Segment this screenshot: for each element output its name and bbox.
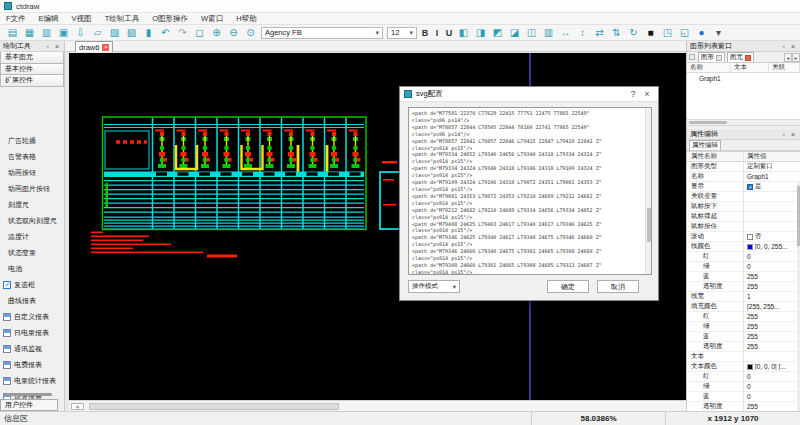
property-row[interactable]: 绿0 (687, 382, 800, 392)
ok-button[interactable]: 确定 (547, 280, 589, 293)
tab-draw6[interactable]: draw6 × (75, 41, 113, 52)
tool-item[interactable]: 状态变量 (0, 245, 64, 261)
menu-item-4[interactable]: O图形操作 (152, 14, 188, 24)
print-icon[interactable]: ▣ (55, 26, 72, 40)
property-row[interactable]: 透明度255 (687, 342, 800, 352)
font-family-select[interactable]: Agency FB ▾ (261, 27, 383, 39)
tool-item[interactable]: 曲线报表 (0, 293, 64, 309)
save-icon[interactable]: ▥ (38, 26, 55, 40)
edit-confirm-icon[interactable]: ▨ (106, 26, 123, 40)
align-bottom-icon[interactable]: ◪ (506, 26, 523, 40)
flip-horizontal-icon[interactable]: ⇄ (591, 26, 608, 40)
tool-item[interactable]: 动画图片按钮 (0, 181, 64, 197)
property-row[interactable]: 绿0 (687, 262, 800, 272)
align-left-icon[interactable]: ◧ (455, 26, 472, 40)
property-row[interactable]: 填充颜色[255, 255... (687, 302, 800, 312)
export-icon[interactable]: ⇩ (72, 26, 89, 40)
dialog-scrollbar[interactable] (645, 108, 651, 274)
property-row[interactable]: 红0 (687, 252, 800, 262)
ungroup-icon[interactable]: ◱ (676, 26, 693, 40)
group-icon[interactable]: ◳ (659, 26, 676, 40)
edit-page-icon[interactable]: ▱ (89, 26, 106, 40)
bold-button[interactable]: B (419, 26, 431, 40)
property-row[interactable]: 图形类型定制窗口 (687, 162, 800, 172)
property-row[interactable]: 文本 (687, 352, 800, 362)
menu-item-2[interactable]: V视图 (72, 14, 92, 24)
flip-vertical-icon[interactable]: ⇅ (608, 26, 625, 40)
section-2[interactable]: 扩展控件 (0, 75, 64, 87)
tool-item[interactable]: 动画按钮 (0, 165, 64, 181)
close-icon[interactable]: × (640, 89, 654, 99)
center-vertical-icon[interactable]: ▥ (540, 26, 557, 40)
tool-item[interactable]: 通讯监视 (0, 341, 64, 357)
property-row[interactable]: 蓝0 (687, 392, 800, 402)
checkbox-icon[interactable] (747, 184, 753, 190)
copy-icon[interactable]: ▧ (123, 26, 140, 40)
open-folder-icon[interactable]: ▦ (21, 26, 38, 40)
list-horizontal-scrollbar[interactable] (687, 119, 800, 125)
property-row[interactable]: 蓝255 (687, 272, 800, 282)
tool-item[interactable]: 电池 (0, 261, 64, 277)
property-row[interactable]: 显示是 (687, 182, 800, 192)
panel-pin-close-icons[interactable]: ▫ × (782, 43, 797, 50)
tool-item[interactable]: 电费报表 (0, 357, 64, 373)
zoom-out-icon[interactable]: ⊖ (225, 26, 242, 40)
tool-item[interactable]: 广告轮播 (0, 133, 64, 149)
property-row[interactable]: 滚动否 (687, 232, 800, 242)
rotate-icon[interactable]: ↻ (625, 26, 642, 40)
tool-item[interactable]: 状态双向刻度尺 (0, 213, 64, 229)
section-1[interactable]: 基本控件 (0, 64, 64, 76)
panel-pin-close-icons[interactable]: ▫ × (782, 131, 797, 138)
italic-button[interactable]: I (431, 26, 443, 40)
same-height-icon[interactable]: ↕ (574, 26, 591, 40)
canvas-horizontal-scrollbar[interactable]: ∗ (69, 400, 686, 411)
tab-scroll-box[interactable] (689, 54, 695, 60)
align-right-icon[interactable]: ◨ (472, 26, 489, 40)
scrollbar-thumb[interactable] (89, 403, 339, 410)
tool-item[interactable]: 复选框 (0, 277, 64, 293)
tab-nav-right-icon[interactable]: ▸ (792, 53, 800, 62)
property-row[interactable]: 文本颜色[0, 0, 0] [... (687, 362, 800, 372)
tool-item[interactable]: 温度计 (0, 229, 64, 245)
menu-item-5[interactable]: W窗口 (201, 14, 223, 24)
center-horizontal-icon[interactable]: ◫ (523, 26, 540, 40)
menu-item-1[interactable]: E编辑 (39, 14, 59, 24)
font-size-select[interactable]: 12 ▾ (387, 27, 417, 39)
tool-item[interactable]: 自定义报表 (0, 309, 64, 325)
line-color-icon[interactable]: ● (693, 26, 710, 40)
property-row[interactable]: 透明度255 (687, 282, 800, 292)
align-top-icon[interactable]: ◩ (489, 26, 506, 40)
panel-pin-close-icons[interactable]: ▫ × (46, 43, 61, 50)
property-row[interactable]: 红255 (687, 312, 800, 322)
same-width-icon[interactable]: ↔ (557, 26, 574, 40)
zoom-icon[interactable]: ⊙ (242, 26, 259, 40)
close-tab-icon[interactable]: × (102, 44, 109, 51)
property-row[interactable]: 鼠标按住 (687, 222, 800, 232)
new-file-icon[interactable]: ▤ (4, 26, 21, 40)
tab-graphics[interactable]: 图形 (698, 52, 725, 62)
sidebar-scrollbar[interactable] (6, 393, 52, 396)
property-row[interactable]: 绿255 (687, 322, 800, 332)
close-tab-icon[interactable] (716, 55, 722, 61)
property-row[interactable]: 线颜色[0, 0, 255... (687, 242, 800, 252)
color-swatch-black-icon[interactable]: ■ (642, 26, 659, 40)
property-row[interactable]: 名称Graph1 (687, 172, 800, 182)
section-0[interactable]: 基本图元 (0, 52, 64, 64)
menu-item-3[interactable]: T绘制工具 (105, 14, 140, 24)
tab-user-controls[interactable]: 用户控件 (0, 399, 58, 411)
property-row[interactable]: 鼠标弹起 (687, 212, 800, 222)
menu-item-0[interactable]: F文件 (6, 14, 26, 24)
redo-icon[interactable]: ↷ (174, 26, 191, 40)
scrollbar-button[interactable]: ∗ (71, 403, 84, 410)
property-row[interactable]: 鼠标按下 (687, 202, 800, 212)
delete-icon[interactable]: ▮ (140, 26, 157, 40)
property-row[interactable]: 线宽1 (687, 292, 800, 302)
help-icon[interactable]: ? (626, 89, 640, 99)
menu-item-6[interactable]: H帮助 (236, 14, 256, 24)
property-row[interactable]: 关联变量 (687, 192, 800, 202)
underline-button[interactable]: U (443, 26, 455, 40)
table-row[interactable]: Graph1 (687, 73, 800, 83)
dialog-title-bar[interactable]: svg配置 ? × (400, 87, 658, 102)
tool-item[interactable]: 日电量报表 (0, 325, 64, 341)
fit-view-icon[interactable]: ◻ (191, 26, 208, 40)
